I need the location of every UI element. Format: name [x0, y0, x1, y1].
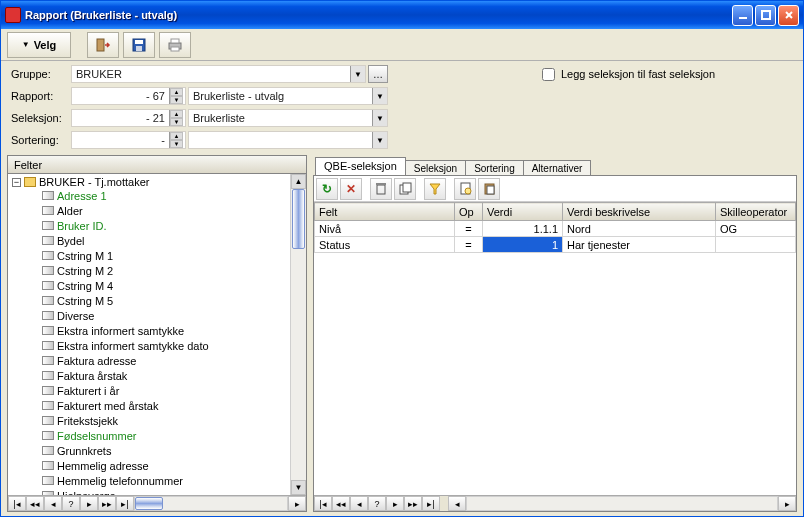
tree-item[interactable]: Fritekstsjekk [42, 413, 304, 428]
spinner-down-icon[interactable]: ▼ [170, 140, 183, 148]
sortering-text-combo[interactable]: ▼ [188, 131, 388, 149]
nav-last-button[interactable]: ▸| [116, 496, 134, 511]
col-verdi-beskrivelse[interactable]: Verdi beskrivelse [563, 203, 716, 221]
nav-help-button[interactable]: ? [368, 496, 386, 511]
paste-button[interactable] [478, 178, 500, 200]
table-cell[interactable]: 1 [483, 237, 563, 253]
table-cell[interactable]: = [455, 221, 483, 237]
tab-alternativer[interactable]: Alternativer [523, 160, 592, 176]
col-skilleoperator[interactable]: Skilleoperator [716, 203, 796, 221]
nav-fastnext-button[interactable]: ▸▸ [404, 496, 422, 511]
nav-next-button[interactable]: ▸ [386, 496, 404, 511]
tree-item[interactable]: Alder [42, 203, 304, 218]
tree-item[interactable]: Grunnkrets [42, 443, 304, 458]
tree-item[interactable]: Fødselsnummer [42, 428, 304, 443]
spinner-down-icon[interactable]: ▼ [170, 118, 183, 126]
tree-item[interactable]: Hemmelig telefonnummer [42, 473, 304, 488]
spinner-up-icon[interactable]: ▲ [170, 110, 183, 118]
tree-collapse-icon[interactable]: − [12, 178, 21, 187]
sortering-number[interactable]: - ▲▼ [71, 131, 186, 149]
refresh-button[interactable]: ↻ [316, 178, 338, 200]
tree-item[interactable]: Fakturert med årstak [42, 398, 304, 413]
nav-first-button[interactable]: |◂ [314, 496, 332, 511]
tree-item[interactable]: Hjelpeverge [42, 488, 304, 495]
seleksjon-number[interactable]: - 21 ▲▼ [71, 109, 186, 127]
save-button[interactable] [123, 32, 155, 58]
table-row[interactable]: Status=1Har tjenester [315, 237, 796, 253]
scroll-down-icon[interactable]: ▼ [291, 480, 306, 495]
tree-item[interactable]: Adresse 1 [42, 188, 304, 203]
delete-button[interactable]: ✕ [340, 178, 362, 200]
tree-item[interactable]: Bruker ID. [42, 218, 304, 233]
fast-seleksjon-checkbox[interactable] [542, 68, 555, 81]
table-cell[interactable]: Nivå [315, 221, 455, 237]
nav-prev-button[interactable]: ◂ [44, 496, 62, 511]
filter-button[interactable] [424, 178, 446, 200]
table-row[interactable]: Nivå=1.1.1NordOG [315, 221, 796, 237]
h-scroll-track[interactable] [134, 496, 288, 511]
new-row-button[interactable] [454, 178, 476, 200]
tree-item[interactable]: Cstring M 1 [42, 248, 304, 263]
print-button[interactable] [159, 32, 191, 58]
copy-button[interactable] [394, 178, 416, 200]
tree-item[interactable]: Hemmelig adresse [42, 458, 304, 473]
scroll-thumb[interactable] [292, 189, 305, 249]
minimize-button[interactable] [732, 5, 753, 26]
felter-tree[interactable]: − BRUKER - Tj.mottaker Adresse 1AlderBru… [8, 174, 306, 495]
tree-root[interactable]: − BRUKER - Tj.mottaker [12, 176, 304, 188]
table-cell[interactable] [716, 237, 796, 253]
table-cell[interactable]: Status [315, 237, 455, 253]
tree-item[interactable]: Ekstra informert samtykke [42, 323, 304, 338]
tab-seleksjon[interactable]: Seleksjon [405, 160, 466, 176]
h-scroll-thumb[interactable] [135, 497, 163, 510]
tree-item[interactable]: Fakturert i år [42, 383, 304, 398]
close-button[interactable] [778, 5, 799, 26]
nav-prev-button[interactable]: ◂ [350, 496, 368, 511]
tree-item[interactable]: Ekstra informert samtykke dato [42, 338, 304, 353]
gruppe-browse-button[interactable]: … [368, 65, 388, 83]
tab-qbe-seleksjon[interactable]: QBE-seleksjon [315, 157, 406, 175]
scroll-right-button[interactable]: ▸ [288, 496, 306, 511]
tree-item[interactable]: Cstring M 2 [42, 263, 304, 278]
tree-item[interactable]: Faktura adresse [42, 353, 304, 368]
tree-item[interactable]: Bydel [42, 233, 304, 248]
col-verdi[interactable]: Verdi [483, 203, 563, 221]
table-cell[interactable]: 1.1.1 [483, 221, 563, 237]
spinner-up-icon[interactable]: ▲ [170, 132, 183, 140]
gruppe-combo[interactable]: BRUKER ▼ [71, 65, 366, 83]
col-op[interactable]: Op [455, 203, 483, 221]
table-cell[interactable]: OG [716, 221, 796, 237]
velg-button[interactable]: ▼ Velg [7, 32, 71, 58]
door-exit-icon [95, 37, 111, 53]
tree-item[interactable]: Faktura årstak [42, 368, 304, 383]
nav-fastprev-button[interactable]: ◂◂ [332, 496, 350, 511]
nav-first-button[interactable]: |◂ [8, 496, 26, 511]
nav-help-button[interactable]: ? [62, 496, 80, 511]
tree-scrollbar[interactable]: ▲ ▼ [290, 174, 306, 495]
spinner-up-icon[interactable]: ▲ [170, 88, 183, 96]
maximize-button[interactable] [755, 5, 776, 26]
table-cell[interactable]: Nord [563, 221, 716, 237]
tree-item[interactable]: Diverse [42, 308, 304, 323]
h-scroll-track[interactable] [466, 496, 778, 511]
exit-button[interactable] [87, 32, 119, 58]
rapport-number[interactable]: - 67 ▲▼ [71, 87, 186, 105]
spinner-down-icon[interactable]: ▼ [170, 96, 183, 104]
col-felt[interactable]: Felt [315, 203, 455, 221]
nav-fastprev-button[interactable]: ◂◂ [26, 496, 44, 511]
tree-item[interactable]: Cstring M 5 [42, 293, 304, 308]
criteria-table[interactable]: Felt Op Verdi Verdi beskrivelse Skilleop… [314, 202, 796, 253]
nav-fastnext-button[interactable]: ▸▸ [98, 496, 116, 511]
trash-button[interactable] [370, 178, 392, 200]
nav-next-button[interactable]: ▸ [80, 496, 98, 511]
rapport-text-combo[interactable]: Brukerliste - utvalg ▼ [188, 87, 388, 105]
nav-last-button[interactable]: ▸| [422, 496, 440, 511]
seleksjon-text-combo[interactable]: Brukerliste ▼ [188, 109, 388, 127]
scroll-right-button[interactable]: ▸ [778, 496, 796, 511]
tab-sortering[interactable]: Sortering [465, 160, 524, 176]
tree-item[interactable]: Cstring M 4 [42, 278, 304, 293]
scroll-up-icon[interactable]: ▲ [291, 174, 306, 189]
table-cell[interactable]: Har tjenester [563, 237, 716, 253]
scroll-left-button[interactable]: ◂ [448, 496, 466, 511]
table-cell[interactable]: = [455, 237, 483, 253]
